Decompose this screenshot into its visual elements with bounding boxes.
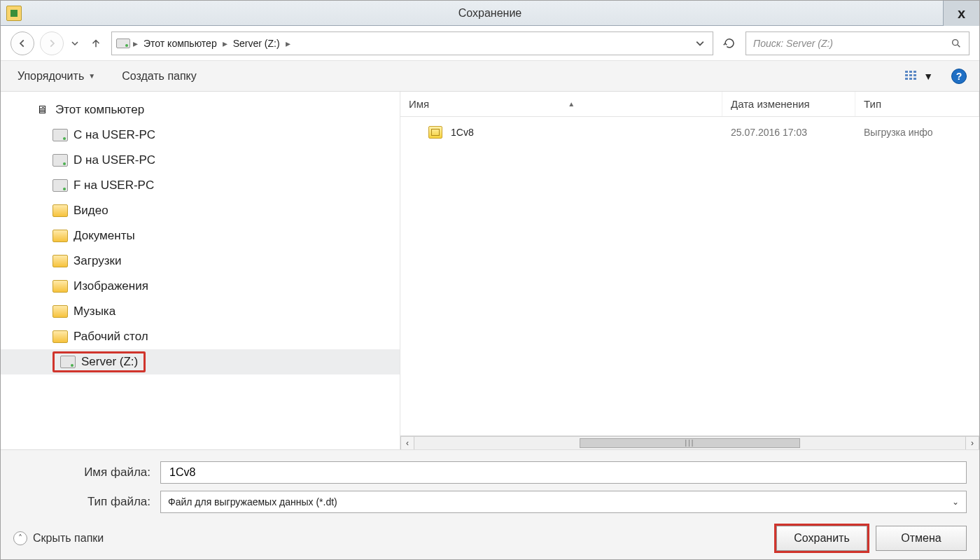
window-title: Сохранение [1,7,979,20]
address-bar[interactable]: ▸ Этот компьютер ▸ Server (Z:) ▸ [111,31,713,55]
network-drive-icon [60,356,76,368]
file-icon [428,126,442,139]
search-input[interactable]: Поиск: Server (Z:) [746,31,969,55]
address-history-dropdown[interactable] [692,39,708,48]
file-type: Выгрузка инфо [855,127,979,138]
tree-item-d-drive[interactable]: D на USER-PC [1,148,400,173]
chevron-down-icon: ⌄ [952,497,959,507]
save-button[interactable]: Сохранить [776,526,867,551]
breadcrumb-sep-icon: ▸ [133,38,138,49]
chevron-down-icon: ▼ [923,71,933,82]
tree-root-computer[interactable]: Этот компьютер [1,97,400,122]
svg-point-0 [953,39,958,45]
filetype-select[interactable]: Файл для выгружаемых данных (*.dt) ⌄ [160,491,967,513]
tree-item-pictures[interactable]: Изображения [1,274,400,299]
tree-item-videos[interactable]: Видео [1,198,400,223]
organize-button[interactable]: Упорядочить ▼ [13,67,99,85]
nav-back-button[interactable] [10,31,34,55]
view-grid-icon [905,71,919,82]
arrow-up-icon [90,37,102,50]
column-type[interactable]: Тип [855,92,979,116]
app-icon [6,6,22,21]
breadcrumb-root[interactable]: Этот компьютер [141,36,220,50]
search-icon [951,38,962,49]
breadcrumb-sep-icon: ▸ [223,38,227,49]
close-button[interactable]: x [943,1,979,26]
horizontal-scrollbar[interactable]: ‹ ||| › [400,435,979,449]
computer-icon [34,104,50,116]
hide-folders-toggle[interactable]: ˄ Скрыть папки [13,531,104,545]
filename-input[interactable] [160,461,967,484]
scroll-thumb[interactable]: ||| [580,438,800,448]
tree-item-music[interactable]: Музыка [1,299,400,324]
filetype-label: Тип файла: [13,495,160,509]
folder-icon [52,280,68,293]
tree-item-downloads[interactable]: Загрузки [1,248,400,274]
breadcrumb-sep-icon: ▸ [286,38,290,49]
search-placeholder: Поиск: Server (Z:) [753,38,951,49]
breadcrumb-location[interactable]: Server (Z:) [230,36,283,50]
nav-tree[interactable]: Этот компьютер C на USER-PC D на USER-PC… [1,92,400,449]
file-list: Имя ▲ Дата изменения Тип 1Cv8 25.07.2016… [400,92,979,449]
folder-icon [52,204,68,217]
scroll-right-button[interactable]: › [965,436,979,450]
folder-icon [52,230,68,242]
network-drive-icon [52,129,68,141]
filename-label: Имя файла: [13,465,160,479]
file-rows[interactable]: 1Cv8 25.07.2016 17:03 Выгрузка инфо [400,117,979,435]
tree-item-f-drive[interactable]: F на USER-PC [1,173,400,198]
filetype-value: Файл для выгружаемых данных (*.dt) [168,496,337,507]
chevron-down-icon [696,39,704,48]
tree-item-desktop[interactable]: Рабочий стол [1,324,400,349]
tree-item-server-z[interactable]: Server (Z:) [1,349,400,374]
column-headers: Имя ▲ Дата изменения Тип [400,92,979,117]
scroll-track[interactable]: ||| [414,436,965,450]
nav-recent-dropdown[interactable] [69,40,80,47]
file-date: 25.07.2016 17:03 [722,127,855,138]
bottom-panel: Имя файла: Тип файла: Файл для выгружаем… [1,450,979,559]
main-area: Этот компьютер C на USER-PC D на USER-PC… [1,92,979,450]
nav-row: ▸ Этот компьютер ▸ Server (Z:) ▸ Поиск: … [1,26,979,61]
column-name[interactable]: Имя ▲ [400,92,722,116]
network-drive-icon [52,154,68,167]
folder-icon [52,330,68,343]
cancel-button[interactable]: Отмена [876,526,967,551]
title-bar: Сохранение x [1,1,979,26]
chevron-up-icon: ˄ [13,531,27,545]
drive-icon [116,38,130,48]
new-folder-button[interactable]: Создать папку [118,67,201,85]
refresh-button[interactable] [719,33,740,54]
help-button[interactable]: ? [951,69,967,84]
folder-icon [52,305,68,318]
tree-item-documents[interactable]: Документы [1,223,400,248]
nav-forward-button[interactable] [40,31,64,55]
sort-asc-icon: ▲ [568,100,575,108]
scroll-left-button[interactable]: ‹ [400,436,414,450]
refresh-icon [723,37,736,50]
network-drive-icon [52,179,68,192]
chevron-down-icon [71,40,78,47]
toolbar: Упорядочить ▼ Создать папку ▼ ? [1,61,979,92]
view-options-button[interactable]: ▼ [905,71,933,82]
file-row[interactable]: 1Cv8 25.07.2016 17:03 Выгрузка инфо [400,117,979,148]
filename-input-field[interactable] [168,465,959,479]
arrow-right-icon [47,38,57,48]
column-date[interactable]: Дата изменения [722,92,855,116]
tree-item-c-drive[interactable]: C на USER-PC [1,122,400,148]
highlight-annotation: Server (Z:) [52,351,146,372]
arrow-left-icon [18,38,27,48]
folder-icon [52,255,68,267]
nav-up-button[interactable] [86,34,106,53]
file-name: 1Cv8 [451,127,474,138]
chevron-down-icon: ▼ [88,72,95,80]
save-dialog: Сохранение x ▸ Этот компьютер ▸ Server (… [0,0,980,560]
